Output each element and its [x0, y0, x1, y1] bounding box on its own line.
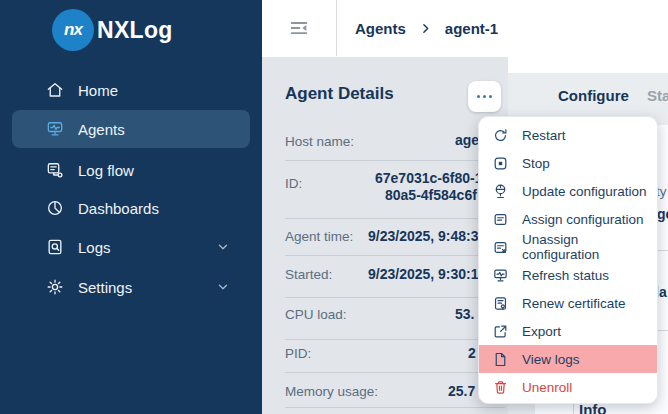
field-divider: [285, 160, 505, 161]
breadcrumb: Agents agent-1: [355, 0, 498, 56]
menu-item-assign-configuration[interactable]: Assign configuration: [479, 205, 657, 233]
tab-configure[interactable]: Configure: [558, 87, 629, 104]
dashboards-icon: [45, 198, 65, 218]
nxlog-logo-text: NXLog: [97, 17, 173, 44]
menu-item-unassign-configuration[interactable]: Unassign configuration: [479, 233, 657, 261]
field-divider: [285, 407, 505, 408]
breadcrumb-agents[interactable]: Agents: [355, 20, 406, 37]
stop-icon: [492, 155, 509, 172]
field-value: 9/23/2025, 9:48:3: [368, 228, 479, 244]
export-icon: [492, 323, 509, 340]
field-label: PID:: [285, 346, 311, 361]
sidebar-item-label: Dashboards: [78, 200, 159, 217]
more-actions-button[interactable]: [468, 81, 501, 112]
assign-configuration-icon: [492, 211, 509, 228]
sidebar-collapse-icon: [288, 17, 310, 39]
sidebar-item-label: Settings: [78, 279, 132, 296]
field-label: Agent time:: [285, 229, 353, 244]
menu-item-unenroll[interactable]: Unenroll: [479, 373, 657, 401]
chevron-right-icon: [419, 22, 432, 35]
sidebar-item-logs[interactable]: Logs: [12, 228, 250, 266]
home-icon: [45, 80, 65, 100]
field-divider: [285, 218, 505, 219]
log-flow-icon: [45, 160, 65, 180]
sidebar: nx NXLog Home Agents Log flow: [0, 0, 262, 414]
field-value: 53.: [455, 306, 474, 322]
field-value: 67e7031c-6f80-1: [375, 170, 482, 186]
sidebar-item-label: Log flow: [78, 162, 134, 179]
chevron-down-icon: [216, 280, 230, 294]
info-section-divider: [573, 403, 574, 414]
sidebar-item-home[interactable]: Home: [12, 71, 250, 109]
field-divider: [285, 297, 505, 298]
field-divider: [285, 339, 505, 340]
nxlog-logo-icon: nx: [52, 9, 94, 51]
topbar: Agents agent-1: [262, 0, 668, 56]
tab-status[interactable]: Sta: [647, 87, 668, 104]
topbar-divider: [336, 0, 337, 56]
field-value: 9/23/2025, 9:30:1: [368, 266, 479, 282]
menu-item-view-logs[interactable]: View logs: [479, 345, 657, 373]
field-label: Host name:: [285, 134, 354, 149]
settings-icon: [45, 277, 65, 297]
agents-icon: [45, 119, 65, 139]
view-logs-icon: [492, 351, 509, 368]
breadcrumb-current: agent-1: [445, 20, 498, 37]
menu-item-update-configuration[interactable]: Update configuration: [479, 177, 657, 205]
logs-icon: [45, 237, 65, 257]
field-label: Memory usage:: [285, 384, 378, 399]
field-label: ID:: [285, 176, 302, 191]
agent-actions-menu: Restart Stop Update configuration Assign…: [478, 116, 658, 404]
right-panel-value-fragment: ge: [657, 206, 668, 222]
field-divider: [285, 372, 505, 373]
unassign-configuration-icon: [492, 239, 509, 256]
sidebar-collapse-button[interactable]: [288, 17, 310, 39]
sidebar-item-label: Logs: [78, 239, 111, 256]
sidebar-item-agents[interactable]: Agents: [12, 110, 250, 148]
sidebar-item-settings[interactable]: Settings: [12, 268, 250, 306]
restart-icon: [492, 127, 509, 144]
sidebar-item-dashboards[interactable]: Dashboards: [12, 189, 250, 227]
unenroll-icon: [492, 379, 509, 396]
ellipsis-icon: [477, 95, 481, 99]
menu-item-restart[interactable]: Restart: [479, 121, 657, 149]
field-label: Started:: [285, 267, 332, 282]
sidebar-item-log-flow[interactable]: Log flow: [12, 151, 250, 189]
nxlog-logo: nx NXLog: [52, 9, 173, 51]
update-configuration-icon: [492, 183, 509, 200]
field-value: 80a5-4f584c6f: [385, 187, 477, 203]
field-divider: [285, 255, 505, 256]
refresh-status-icon: [492, 267, 509, 284]
page-title: Agent Details: [285, 84, 394, 104]
sidebar-item-label: Home: [78, 82, 118, 99]
chevron-down-icon: [216, 240, 230, 254]
field-value: age: [455, 132, 479, 148]
field-value: 25.7: [448, 383, 475, 399]
menu-item-export[interactable]: Export: [479, 317, 657, 345]
menu-item-renew-certificate[interactable]: Renew certificate: [479, 289, 657, 317]
menu-item-stop[interactable]: Stop: [479, 149, 657, 177]
field-label: CPU load:: [285, 307, 347, 322]
sidebar-item-label: Agents: [78, 121, 125, 138]
menu-item-refresh-status[interactable]: Refresh status: [479, 261, 657, 289]
renew-certificate-icon: [492, 295, 509, 312]
field-value: 2: [468, 345, 476, 361]
